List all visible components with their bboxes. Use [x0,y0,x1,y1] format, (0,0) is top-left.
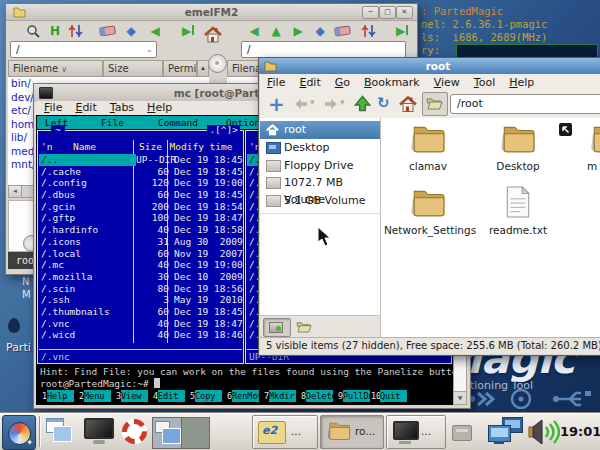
mc-column-headers[interactable]: 'nName Size Modify time [39,141,242,152]
back-arrow-icon[interactable]: ◀ [147,23,163,39]
sidebar-item-root[interactable]: root [260,121,380,139]
split-pins-icon[interactable] [361,24,376,38]
taskbar-button-emelfm2[interactable]: e2 ... [252,415,318,449]
chevron-down-icon[interactable]: ⌄ [145,42,153,56]
forward-bar-icon[interactable]: ▶ [394,23,410,39]
file-row: /..UP--DIRDec 19 18:45 [39,154,242,166]
up-arrow-icon[interactable]: ▲ [268,23,284,39]
fkey-button[interactable]: 6RenMov [223,390,259,402]
eraser-icon[interactable] [99,25,116,37]
fkey-button[interactable]: 7Mkdir [260,390,296,402]
pane-swap-button[interactable] [208,54,227,73]
fkey-button[interactable]: 10Quit [371,390,407,402]
file-row: /.mc40Dec 19 19:00 [39,259,242,271]
workspace-2[interactable] [182,418,209,448]
column-header-filename[interactable]: Filename ∨ [8,60,103,77]
file-icon-m[interactable]: m [564,124,600,172]
network-tray-icon[interactable] [488,417,526,447]
column-header-size[interactable]: Size [103,60,163,77]
menu-tool[interactable]: Tool [474,74,495,91]
places-view-button[interactable] [263,318,291,337]
start-menu-button[interactable]: ✦ [2,415,36,450]
fkey-button[interactable]: 5Copy [186,390,222,402]
menu-file[interactable]: File [267,74,285,91]
new-tab-button[interactable]: + [268,92,285,116]
left-path-input[interactable]: / ⌄ [10,41,157,58]
close-button[interactable]: ✕ [396,6,413,19]
forward-arrow-icon[interactable]: ▶ [290,23,306,39]
mc-menu-file[interactable]: File [101,116,124,129]
menu-edit[interactable]: Edit [75,101,96,115]
forward-button[interactable] [324,98,338,110]
home-button[interactable] [399,95,417,113]
tray-device-icon[interactable] [452,425,472,441]
find-icon[interactable] [26,24,41,39]
volume-tray-icon[interactable] [528,417,560,447]
file-manager-titlebar[interactable]: root [259,58,600,74]
sidebar-item-desktop[interactable]: Desktop [260,139,380,157]
icon-view[interactable]: clamav Desktop m [381,118,600,337]
scroll-up-arrow[interactable]: ▴ [197,60,209,77]
sidebar-item-volume-2[interactable]: 5.1 GB Volume [260,192,380,210]
fkey-button[interactable]: 9PullDn [334,390,370,402]
mc-left-panel[interactable]: ~ .[^]> 'nName Size Modify time /..UP--D… [37,130,244,364]
minimize-button[interactable]: ─ [362,6,379,19]
refresh-button[interactable]: ↻ [377,94,390,112]
fkey-button[interactable]: 1Help [38,390,74,402]
file-row: /.thumbnails60Dec 19 18:45 [39,306,242,318]
terminal-launcher-icon[interactable] [84,418,114,444]
menu-edit[interactable]: Edit [299,74,320,91]
mouse-cursor [317,226,333,248]
hidden-toggle-icon[interactable]: H [47,23,63,39]
workspace-1[interactable] [153,418,182,448]
file-icon-readme[interactable]: readme.txt [474,186,562,236]
back-arrow-icon[interactable]: ◀ [246,23,262,39]
menu-file[interactable]: File [44,101,62,115]
back-dropdown-icon[interactable]: ▾ [310,97,315,107]
sidebar-item-volume-1[interactable]: 1072.7 MB Volume [260,174,380,192]
menu-view[interactable]: View [434,74,460,91]
scroll-left-arrow[interactable]: ◂ [9,186,22,197]
help-lifebuoy-icon[interactable] [122,419,147,444]
mc-file-list[interactable]: /..UP--DIRDec 19 18:45 /.cache60Dec 19 1… [39,154,242,341]
mc-panel-corner-marks[interactable]: .[^]> [207,125,240,135]
fkey-button[interactable]: 2Menu [75,390,111,402]
fkey-button[interactable]: 4Edit [149,390,185,402]
file-icon-clamav[interactable]: clamav [384,124,472,172]
menu-bookmark[interactable]: Bookmark [364,74,420,91]
column-header-perm[interactable]: Permissions [163,60,197,77]
fkey-button[interactable]: 8Delete [297,390,333,402]
menu-go[interactable]: Go [335,74,350,91]
menu-tabs[interactable]: Tabs [110,101,134,115]
file-manager-window: root File Edit Go Bookmark View Tool Hel… [258,57,600,356]
forward-bar-icon[interactable]: ▶ [180,23,196,39]
file-icon-network-settings[interactable]: Network_Settings [384,188,472,236]
diamond-icon[interactable]: ◆ [123,23,139,39]
taskbar-button-terminal[interactable]: ... [386,415,446,449]
home-icon[interactable] [204,26,222,43]
menu-help[interactable]: Help [147,101,172,115]
back-button[interactable] [294,98,308,110]
diamond-icon[interactable]: ◆ [312,23,328,39]
emelfm2-titlebar[interactable]: emelFM2 ─ □ ✕ [6,4,417,21]
tree-view-button[interactable] [294,318,316,335]
eraser-icon[interactable] [334,25,351,37]
split-pins-icon[interactable] [68,24,83,38]
right-path-input[interactable]: / [241,41,406,58]
fkey-button[interactable]: 3View [112,390,148,402]
mc-menu-command[interactable]: Command [158,116,198,129]
shell-prompt[interactable]: root@PartedMagic:~# [40,378,160,389]
up-button[interactable] [354,95,371,112]
side-pane-toggle-button[interactable] [422,92,448,116]
forward-dropdown-icon[interactable]: ▾ [340,97,345,107]
location-input[interactable]: /root [450,94,600,114]
taskbar-button-root[interactable]: ro... [320,415,384,449]
sidebar-item-floppy-drive[interactable]: Floppy Drive [260,157,380,175]
menu-help[interactable]: Help [509,74,534,91]
clock[interactable]: 19:01 [560,413,600,450]
workspace-pager[interactable] [152,417,210,449]
maximize-button[interactable]: □ [379,6,396,19]
scroll-down-arrow[interactable]: ▼ [454,391,466,404]
sysinfo-gauge-box [456,44,598,58]
file-manager-toolbar: + ▾ ▾ ↻ /root [260,91,600,119]
